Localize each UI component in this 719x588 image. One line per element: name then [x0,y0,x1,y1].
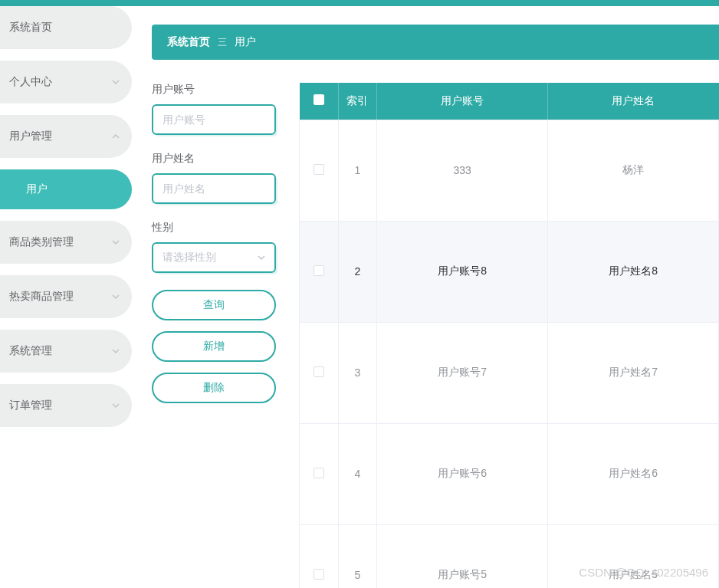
cell-account: 用户账号6 [377,423,548,524]
cell-name: 用户姓名8 [548,221,719,322]
sidebar-item-home[interactable]: 系统首页 [0,6,132,49]
gender-placeholder: 请选择性别 [163,251,216,264]
name-label: 用户姓名 [152,152,276,166]
sidebar-item-product-mgmt[interactable]: 热卖商品管理 [0,275,132,318]
breadcrumb-separator: 三 [218,36,227,49]
cell-index: 4 [338,423,377,524]
sidebar-item-system-mgmt[interactable]: 系统管理 [0,330,132,373]
gender-select[interactable]: 请选择性别 [152,242,276,273]
cell-account: 用户账号8 [377,221,548,322]
row-checkbox[interactable] [314,468,324,478]
account-label: 用户账号 [152,83,276,97]
sidebar-item-order-mgmt[interactable]: 订单管理 [0,384,132,427]
sidebar-item-user[interactable]: 用户 [0,169,132,209]
cell-account: 用户账号5 [377,524,548,588]
col-account: 用户账号 [377,83,548,120]
cell-index: 5 [338,524,377,588]
sidebar-item-label: 用户管理 [9,130,52,143]
col-name: 用户姓名 [548,83,719,120]
sidebar-item-label: 用户 [26,182,48,196]
account-input[interactable] [152,104,276,135]
chevron-up-icon [112,133,120,140]
chevron-down-icon [112,78,120,86]
delete-button[interactable]: 删除 [152,373,276,403]
sidebar-item-label: 系统首页 [9,21,52,34]
sidebar-item-label: 商品类别管理 [9,235,74,249]
top-bar [0,0,719,6]
sidebar-item-label: 订单管理 [9,399,52,412]
cell-index: 3 [338,322,377,423]
breadcrumb-current: 用户 [235,35,256,49]
user-table: 索引 用户账号 用户姓名 1 333 杨洋 2 用户账号8 用户姓名8 3 用户… [299,83,719,588]
add-button[interactable]: 新增 [152,331,276,362]
sidebar-item-user-mgmt[interactable]: 用户管理 [0,115,132,158]
table-row[interactable]: 3 用户账号7 用户姓名7 [300,322,719,423]
chevron-down-icon [258,251,265,264]
cell-index: 1 [338,120,377,221]
sidebar-item-label: 热卖商品管理 [9,290,74,304]
col-index: 索引 [338,83,377,120]
table-row[interactable]: 2 用户账号8 用户姓名8 [300,221,719,322]
cell-name: 用户姓名7 [548,322,719,423]
row-checkbox[interactable] [314,366,324,377]
cell-name: 杨洋 [548,120,719,221]
chevron-down-icon [112,402,120,409]
sidebar: 系统首页 个人中心 用户管理 用户 商品类别管理 热卖商品管理 系统管理 订单管… [0,6,136,588]
chevron-down-icon [112,238,120,246]
main-content: 系统首页 三 用户 用户账号 用户姓名 性别 请选择性别 [136,6,719,588]
gender-label: 性别 [152,221,276,235]
sidebar-item-category-mgmt[interactable]: 商品类别管理 [0,221,132,264]
table-row[interactable]: 5 用户账号5 用户姓名5 [300,524,719,588]
table-row[interactable]: 4 用户账号6 用户姓名6 [300,423,719,524]
chevron-down-icon [112,347,120,355]
select-all-checkbox[interactable] [314,94,324,105]
chevron-down-icon [112,293,120,301]
sidebar-item-label: 个人中心 [9,75,52,89]
cell-account: 用户账号7 [377,322,548,423]
row-checkbox[interactable] [314,265,324,276]
cell-account: 333 [377,120,548,221]
name-input[interactable] [152,173,276,204]
cell-name: 用户姓名5 [548,524,719,588]
filter-panel: 用户账号 用户姓名 性别 请选择性别 查询 新增 删除 [152,83,276,588]
cell-index: 2 [338,221,377,322]
sidebar-item-personal[interactable]: 个人中心 [0,61,132,103]
cell-name: 用户姓名6 [548,423,719,524]
table-row[interactable]: 1 333 杨洋 [300,120,719,221]
breadcrumb-home[interactable]: 系统首页 [167,35,210,49]
breadcrumb: 系统首页 三 用户 [152,25,719,60]
sidebar-item-label: 系统管理 [9,344,52,358]
row-checkbox[interactable] [314,569,324,580]
query-button[interactable]: 查询 [152,290,276,320]
row-checkbox[interactable] [314,164,324,175]
table-header-row: 索引 用户账号 用户姓名 [300,83,719,120]
